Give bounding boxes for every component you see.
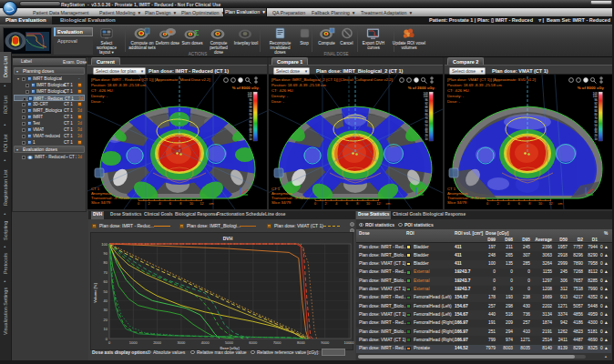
svg-text:CT: -626 HU: CT: -626 HU (91, 88, 113, 93)
svg-text:Density: -: Density: - (91, 94, 108, 98)
svg-text:10: 10 (104, 327, 108, 331)
svg-text:Slice 34/79: Slice 34/79 (447, 200, 467, 205)
svg-text:1000: 1000 (129, 340, 138, 345)
svg-text:2000: 2000 (153, 340, 162, 345)
svg-text:60: 60 (104, 279, 108, 284)
svg-text:70: 70 (104, 270, 108, 275)
svg-text:cm: cm (209, 202, 213, 206)
svg-text:Dose: -: Dose: - (271, 99, 284, 104)
svg-text:100: 100 (101, 242, 107, 247)
svg-text:4: 4 (159, 202, 160, 206)
svg-text:% of 8000 cGy: % of 8000 cGy (578, 86, 605, 90)
svg-text:30: 30 (104, 308, 108, 312)
svg-text:0: 0 (108, 340, 111, 345)
svg-text:80: 80 (104, 260, 108, 265)
svg-text:2: 2 (148, 202, 150, 206)
svg-text:Dose: -: Dose: - (447, 99, 460, 104)
svg-text:10: 10 (189, 202, 193, 206)
svg-text:90: 90 (104, 251, 108, 256)
svg-text:0: 0 (314, 202, 316, 206)
svg-text:Volume [%]: Volume [%] (93, 283, 97, 303)
svg-text:Slice 34/79: Slice 34/79 (271, 200, 292, 205)
svg-text:Density: -: Density: - (271, 94, 289, 98)
svg-text:8000: 8000 (297, 340, 306, 345)
svg-text:[Plan dose: IMRT_Biological_2: [Plan dose: IMRT_Biological_2 (CT 1)] [C… (271, 77, 393, 82)
svg-text:6: 6 (518, 202, 520, 206)
svg-text:6: 6 (346, 202, 348, 206)
svg-text:8: 8 (356, 202, 358, 206)
svg-text:DVH: DVH (223, 236, 233, 241)
svg-text:% of 8000 cGy: % of 8000 cGy (232, 86, 260, 90)
svg-text:40: 40 (104, 298, 108, 303)
svg-text:Position: 18.69 -8.39 -25.58 c: Position: 18.69 -8.39 -25.58 cm (271, 83, 326, 87)
svg-text:8: 8 (179, 202, 181, 206)
svg-text:20: 20 (104, 318, 108, 322)
svg-text:0: 0 (486, 202, 488, 206)
svg-text:7000: 7000 (273, 340, 282, 345)
svg-text:0: 0 (138, 202, 139, 206)
svg-text:12: 12 (376, 202, 380, 206)
svg-text:6000: 6000 (249, 340, 258, 345)
svg-text:Position: 18.69 -8.39 -25.58 c: Position: 18.69 -8.39 -25.58 cm (447, 83, 502, 87)
svg-text:6: 6 (169, 202, 171, 206)
svg-text:Position: 18.69 -8.39 -25.58 c: Position: 18.69 -8.39 -25.58 cm (91, 83, 146, 87)
svg-text:10: 10 (538, 202, 542, 206)
svg-text:50: 50 (104, 289, 108, 294)
svg-text:Slice 34/79: Slice 34/79 (91, 200, 111, 205)
svg-text:12: 12 (200, 202, 203, 206)
svg-text:12: 12 (548, 202, 552, 206)
svg-text:3000: 3000 (177, 340, 186, 345)
svg-text:Density: -: Density: - (447, 94, 465, 98)
svg-text:cm: cm (385, 202, 390, 206)
svg-text:[Plan dose: IMRT - Reduced (CT: [Plan dose: IMRT - Reduced (CT 1)] [Appr… (91, 77, 210, 82)
svg-text:10: 10 (425, 137, 428, 141)
svg-text:CT: -626 HU: CT: -626 HU (271, 88, 293, 93)
svg-text:[Plan dose: VMAT (CT 1)] [Appr: [Plan dose: VMAT (CT 1)] [Approximate: S… (447, 77, 536, 82)
svg-text:10000: 10000 (343, 340, 354, 345)
svg-text:10: 10 (366, 202, 370, 206)
svg-text:2: 2 (325, 202, 327, 206)
svg-text:2: 2 (497, 202, 499, 206)
svg-text:9000: 9000 (321, 340, 330, 345)
svg-text:4: 4 (507, 202, 509, 206)
svg-text:% of 2600 cGy: % of 2600 cGy (408, 86, 435, 90)
svg-text:10: 10 (594, 137, 598, 141)
svg-text:CT: -626 HU: CT: -626 HU (447, 88, 469, 93)
svg-text:4000: 4000 (201, 340, 210, 345)
svg-text:4: 4 (335, 202, 337, 206)
svg-text:Dose: -: Dose: - (91, 99, 104, 104)
svg-text:5000: 5000 (225, 340, 234, 345)
svg-text:8: 8 (528, 202, 530, 206)
svg-text:cm: cm (558, 202, 562, 206)
svg-text:Σ: Σ (194, 28, 200, 37)
svg-text:10: 10 (249, 137, 252, 141)
